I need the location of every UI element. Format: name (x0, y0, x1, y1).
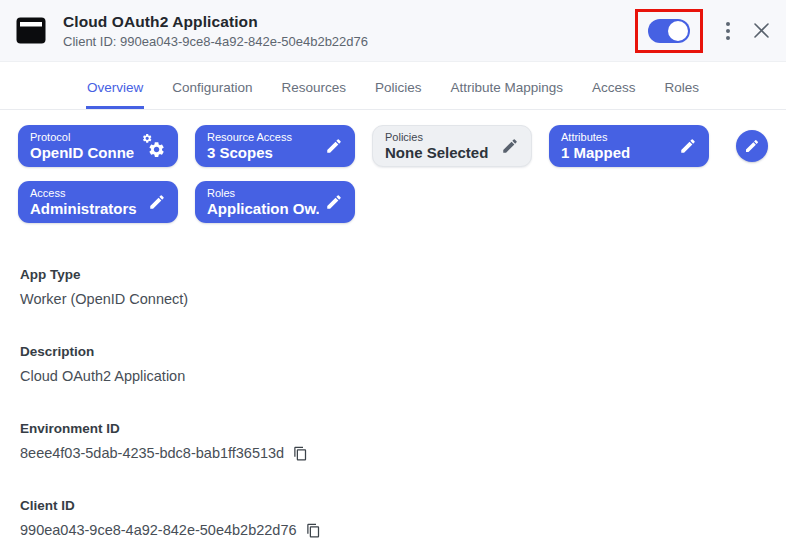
field-value: Worker (OpenID Connect) (20, 291, 766, 307)
chip-policies[interactable]: Policies None Selected (372, 125, 532, 167)
tab-attribute-mappings[interactable]: Attribute Mappings (450, 76, 565, 109)
pencil-icon (495, 137, 519, 155)
chip-text: Roles Application Ow... (207, 187, 319, 218)
copy-client-id-button[interactable] (306, 523, 321, 538)
quick-edit-chips: Protocol OpenID Connect Resource Access … (0, 110, 786, 223)
field-value: Cloud OAuth2 Application (20, 368, 766, 384)
chip-text: Protocol OpenID Connect (30, 131, 134, 162)
tab-bar: Overview Configuration Resources Policie… (0, 62, 786, 110)
tab-roles[interactable]: Roles (664, 76, 701, 109)
detail-section-client-id: Client ID 990ea043-9ce8-4a92-842e-50e4b2… (20, 498, 766, 538)
panel-header: Cloud OAuth2 Application Client ID: 990e… (0, 0, 786, 62)
kebab-menu-icon[interactable] (722, 20, 734, 42)
chip-text: Resource Access 3 Scopes (207, 131, 292, 162)
detail-section-description: Description Cloud OAuth2 Application (20, 344, 766, 384)
field-label: Description (20, 344, 766, 359)
pencil-icon (744, 138, 760, 154)
field-label: App Type (20, 267, 766, 282)
tab-access[interactable]: Access (591, 76, 637, 109)
tab-configuration[interactable]: Configuration (171, 76, 253, 109)
overview-details: App Type Worker (OpenID Connect) Descrip… (0, 223, 786, 538)
pencil-icon (319, 193, 343, 211)
application-detail-panel: Cloud OAuth2 Application Client ID: 990e… (0, 0, 786, 548)
copy-icon (293, 446, 308, 461)
detail-section-app-type: App Type Worker (OpenID Connect) (20, 267, 766, 307)
field-value: 8eee4f03-5dab-4235-bdc8-bab1ff36513d (20, 445, 766, 461)
field-label: Client ID (20, 498, 766, 513)
header-actions (635, 9, 770, 53)
chip-attributes[interactable]: Attributes 1 Mapped (549, 125, 709, 167)
close-icon[interactable] (753, 22, 770, 39)
annotation-highlight-box (635, 9, 703, 53)
application-icon (16, 17, 46, 44)
client-id-subtitle: Client ID: 990ea043-9ce8-4a92-842e-50e4b… (63, 34, 368, 49)
field-value: 990ea043-9ce8-4a92-842e-50e4b2b22d76 (20, 522, 766, 538)
field-label: Environment ID (20, 421, 766, 436)
chip-roles[interactable]: Roles Application Ow... (195, 181, 355, 223)
pencil-icon (319, 137, 343, 155)
tab-resources[interactable]: Resources (280, 76, 347, 109)
copy-icon (306, 523, 321, 538)
chip-protocol[interactable]: Protocol OpenID Connect (18, 125, 178, 167)
chip-access[interactable]: Access Administrators (18, 181, 178, 223)
chip-text: Policies None Selected (385, 131, 488, 162)
chip-text: Access Administrators (30, 187, 137, 218)
edit-application-button[interactable] (736, 130, 768, 162)
tab-policies[interactable]: Policies (374, 76, 423, 109)
pencil-icon (673, 137, 697, 155)
copy-environment-id-button[interactable] (293, 446, 308, 461)
application-enabled-toggle[interactable] (648, 19, 690, 43)
page-title: Cloud OAuth2 Application (63, 13, 368, 31)
chip-text: Attributes 1 Mapped (561, 131, 630, 162)
toggle-knob (668, 21, 688, 41)
chip-resource-access[interactable]: Resource Access 3 Scopes (195, 125, 355, 167)
tab-overview[interactable]: Overview (86, 76, 144, 109)
gears-icon (134, 133, 166, 159)
pencil-icon (142, 193, 166, 211)
title-block: Cloud OAuth2 Application Client ID: 990e… (63, 13, 368, 49)
detail-section-environment-id: Environment ID 8eee4f03-5dab-4235-bdc8-b… (20, 421, 766, 461)
